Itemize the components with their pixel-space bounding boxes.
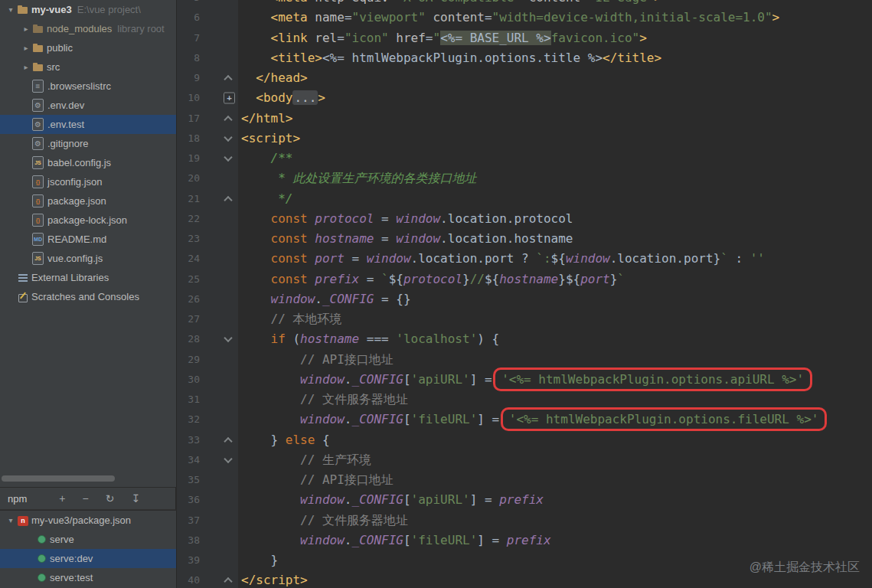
tree-item-package-lock-json[interactable]: {}package-lock.json	[0, 211, 176, 230]
tree-item-gitignore[interactable]: ⚙.gitignore	[0, 134, 176, 153]
line-number[interactable]: 24	[177, 249, 200, 269]
code-line[interactable]: 34 // 生产环境	[177, 450, 872, 470]
line-number[interactable]: 17	[177, 109, 200, 129]
chevron-down-icon[interactable]: ▾	[5, 5, 17, 14]
code-line[interactable]: 5 <meta http-equiv="X-UA-Compatible" con…	[177, 0, 872, 8]
code-line[interactable]: 8 <title><%= htmlWebpackPlugin.options.t…	[177, 48, 872, 68]
collapse-icon[interactable]: ↧	[131, 493, 140, 504]
chevron-right-icon[interactable]: ▸	[20, 24, 32, 33]
tree-item-serve[interactable]: serve	[0, 530, 176, 549]
code-editor[interactable]: 5 <meta http-equiv="X-UA-Compatible" con…	[177, 0, 872, 588]
line-number[interactable]: 32	[177, 410, 200, 430]
line-number[interactable]: 30	[177, 370, 200, 390]
tree-item-readme-md[interactable]: MDREADME.md	[0, 230, 176, 249]
code-line[interactable]: 35 // API接口地址	[177, 470, 872, 490]
tree-item-my-vue3-package-json[interactable]: ▾nmy-vue3/package.json	[0, 511, 176, 530]
code-line[interactable]: 28 if (hostname === 'localhost') {	[177, 329, 872, 349]
tree-item-scratches-and-consoles[interactable]: Scratches and Consoles	[0, 287, 176, 306]
code-line[interactable]: 29 // API接口地址	[177, 350, 872, 370]
line-number[interactable]: 8	[177, 48, 200, 68]
code-line[interactable]: 23 const hostname = window.location.host…	[177, 229, 872, 249]
tree-item-serve-dev[interactable]: serve:dev	[0, 549, 176, 568]
line-number[interactable]: 7	[177, 28, 200, 48]
line-number[interactable]: 34	[177, 450, 200, 470]
tree-item-serve-test[interactable]: serve:test	[0, 568, 176, 587]
line-number[interactable]: 6	[177, 8, 200, 28]
code-line[interactable]: 25 const prefix = `${protocol}//${hostna…	[177, 270, 872, 289]
line-number[interactable]: 37	[177, 511, 200, 531]
horizontal-scrollbar[interactable]	[2, 475, 115, 482]
fold-down-icon[interactable]	[224, 153, 232, 162]
tree-item-my-vue3[interactable]: ▾my-vue3E:\vue project\	[0, 0, 176, 19]
tree-item-browserslistrc[interactable]: ≡.browserslistrc	[0, 77, 176, 96]
add-icon[interactable]: +	[59, 493, 65, 504]
tree-item-vue-config-js[interactable]: JSvue.config.js	[0, 249, 176, 268]
code-line[interactable]: 33 } else {	[177, 430, 872, 450]
code-line[interactable]: 7 <link rel="icon" href="<%= BASE_URL %>…	[177, 28, 872, 48]
code-line[interactable]: 30 window._CONFIG['apiURL'] = '<%= htmlW…	[177, 370, 872, 390]
fold-up-icon[interactable]	[224, 75, 232, 83]
fold-up-icon[interactable]	[224, 116, 232, 124]
folded-region-icon[interactable]: +	[224, 93, 235, 104]
tree-item-package-json[interactable]: {}package.json	[0, 191, 176, 211]
fold-up-icon[interactable]	[224, 196, 232, 204]
fold-down-icon[interactable]	[224, 133, 232, 142]
tree-item-env-test[interactable]: ⚙.env.test	[0, 115, 176, 134]
chevron-right-icon[interactable]: ▸	[20, 44, 32, 52]
code-line[interactable]: 26 window._CONFIG = {}	[177, 289, 872, 309]
code-line[interactable]: 27 // 本地环境	[177, 309, 872, 329]
line-number[interactable]: 21	[177, 189, 200, 209]
chevron-right-icon[interactable]: ▸	[20, 63, 32, 71]
code-line[interactable]: 36 window._CONFIG['apiURL'] = prefix	[177, 490, 872, 510]
file-gear-icon: ⚙	[32, 137, 44, 150]
line-number[interactable]: 35	[177, 470, 200, 490]
line-number[interactable]: 18	[177, 129, 200, 149]
code-line[interactable]: 10+ <body...>	[177, 88, 872, 108]
tree-item-label: serve:dev	[50, 553, 93, 564]
line-number[interactable]: 39	[177, 550, 200, 570]
line-number[interactable]: 40	[177, 570, 200, 588]
remove-icon[interactable]: −	[82, 493, 88, 504]
fold-down-icon[interactable]	[224, 334, 232, 342]
code-line[interactable]: 37 // 文件服务器地址	[177, 511, 872, 531]
line-number[interactable]: 19	[177, 149, 200, 168]
code-line[interactable]: 38 window._CONFIG['fileURL'] = prefix	[177, 531, 872, 550]
line-number[interactable]: 26	[177, 289, 200, 309]
code-line[interactable]: 17</html>	[177, 109, 872, 129]
code-line[interactable]: 18<script>	[177, 129, 872, 149]
tree-item-external-libraries[interactable]: External Libraries	[0, 268, 176, 287]
code-line[interactable]: 9 </head>	[177, 68, 872, 88]
tree-item-env-dev[interactable]: ⚙.env.dev	[0, 96, 176, 115]
line-number[interactable]: 28	[177, 329, 200, 349]
line-number[interactable]: 36	[177, 490, 200, 510]
fold-down-icon[interactable]	[224, 455, 232, 463]
code-line[interactable]: 24 const port = window.location.port ? `…	[177, 249, 872, 269]
line-number[interactable]: 5	[177, 0, 200, 8]
line-number[interactable]: 10	[177, 88, 200, 108]
fold-up-icon[interactable]	[224, 437, 232, 446]
code-line[interactable]: 6 <meta name="viewport" content="width=d…	[177, 8, 872, 28]
tree-item-src[interactable]: ▸src	[0, 57, 176, 77]
line-number[interactable]: 29	[177, 350, 200, 370]
line-number[interactable]: 38	[177, 531, 200, 550]
code-line[interactable]: 22 const protocol = window.location.prot…	[177, 209, 872, 229]
code-line[interactable]: 32 window._CONFIG['fileURL'] = '<%= html…	[177, 410, 872, 430]
code-line[interactable]: 21 */	[177, 189, 872, 209]
tree-item-jsconfig-json[interactable]: {}jsconfig.json	[0, 172, 176, 191]
tree-item-node-modules[interactable]: ▸node_moduleslibrary root	[0, 19, 176, 38]
line-number[interactable]: 9	[177, 68, 200, 88]
line-number[interactable]: 22	[177, 209, 200, 229]
line-number[interactable]: 31	[177, 390, 200, 410]
fold-up-icon[interactable]	[224, 577, 232, 586]
line-number[interactable]: 20	[177, 168, 200, 188]
line-number[interactable]: 25	[177, 270, 200, 289]
line-number[interactable]: 23	[177, 229, 200, 249]
chevron-down-icon[interactable]: ▾	[5, 516, 17, 524]
tree-item-babel-config-js[interactable]: JSbabel.config.js	[0, 153, 176, 172]
line-number[interactable]: 27	[177, 309, 200, 329]
code-line[interactable]: 20 * 此处设置生产环境的各类接口地址	[177, 168, 872, 188]
line-number[interactable]: 33	[177, 430, 200, 450]
refresh-icon[interactable]: ↻	[106, 493, 115, 504]
code-line[interactable]: 19 /**	[177, 149, 872, 168]
tree-item-public[interactable]: ▸public	[0, 38, 176, 57]
